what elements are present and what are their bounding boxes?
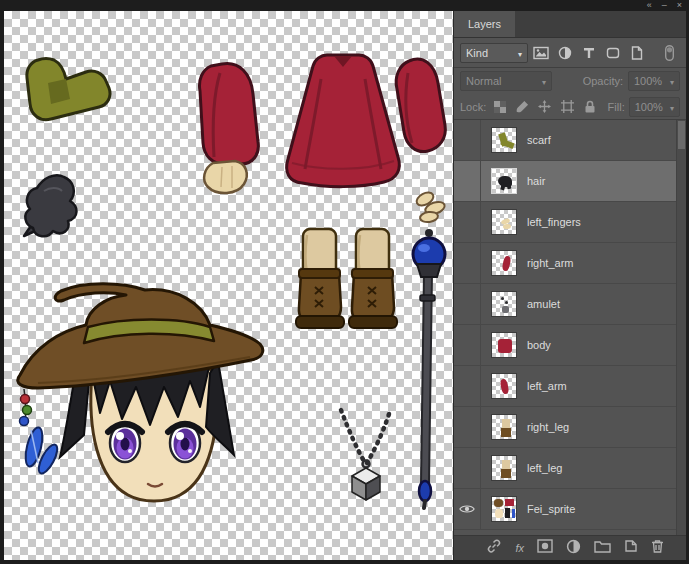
type-filter-icon[interactable]	[578, 43, 600, 63]
collapse-panels-icon[interactable]: «	[647, 1, 652, 10]
filter-toggle-icon[interactable]	[658, 43, 680, 63]
scarf-sprite	[27, 59, 110, 120]
layers-panel: Layers Kind Normal Opaci	[453, 11, 686, 560]
chevron-down-icon	[513, 47, 522, 59]
layer-name: body	[527, 339, 551, 351]
layer-list: scarf hair left_fingers right_arm amulet	[454, 120, 686, 535]
visibility-toggle[interactable]	[454, 120, 481, 160]
adjustment-layer-icon[interactable]	[566, 539, 581, 558]
opacity-dropdown[interactable]: 100%	[628, 71, 680, 91]
head-sprite	[18, 284, 263, 501]
visibility-toggle[interactable]	[454, 284, 481, 324]
minimize-window-icon[interactable]: –	[662, 1, 667, 10]
layer-thumbnail[interactable]	[491, 168, 517, 194]
layer-row[interactable]: right_leg	[454, 407, 686, 448]
thumbnail-art	[502, 306, 509, 313]
lock-row: Lock: Fill: 100%	[454, 94, 686, 120]
visibility-toggle[interactable]	[454, 366, 481, 406]
thumbnail-art	[500, 378, 510, 394]
link-layers-icon[interactable]	[486, 538, 502, 558]
document-canvas[interactable]	[4, 11, 453, 560]
layer-thumbnail[interactable]	[491, 250, 517, 276]
thumbnail-art	[500, 139, 514, 149]
staff-sprite	[413, 229, 445, 508]
layer-thumbnail[interactable]	[491, 414, 517, 440]
thumbnail-art	[505, 499, 514, 506]
visibility-toggle[interactable]	[454, 161, 481, 201]
layer-row[interactable]: left_leg	[454, 448, 686, 489]
thumbnail-art	[512, 509, 515, 518]
layer-row[interactable]: left_arm	[454, 366, 686, 407]
thumbnail-art	[502, 255, 512, 271]
amulet-sprite	[341, 410, 389, 500]
tab-layers[interactable]: Layers	[454, 11, 515, 37]
new-layer-icon[interactable]	[624, 539, 638, 557]
visibility-toggle[interactable]	[454, 202, 481, 242]
scrollbar-thumb[interactable]	[678, 121, 685, 149]
lock-transparency-icon[interactable]	[490, 97, 509, 116]
body-sprite	[287, 55, 400, 187]
chevron-down-icon	[537, 75, 546, 87]
layer-name: hair	[527, 175, 545, 187]
layer-thumbnail[interactable]	[491, 455, 517, 481]
lock-position-icon[interactable]	[536, 97, 555, 116]
layer-name: left_arm	[527, 380, 567, 392]
layer-row[interactable]: right_arm	[454, 243, 686, 284]
blend-mode-value: Normal	[466, 75, 501, 87]
blend-mode-dropdown[interactable]: Normal	[460, 71, 552, 91]
visibility-toggle[interactable]	[454, 407, 481, 447]
thumbnail-art	[501, 297, 504, 300]
new-group-icon[interactable]	[594, 539, 611, 557]
layer-style-icon[interactable]: fx	[515, 542, 524, 554]
layer-mask-icon[interactable]	[537, 539, 553, 557]
layer-filter-row: Kind	[454, 38, 686, 68]
shape-filter-icon[interactable]	[602, 43, 624, 63]
smart-object-filter-icon[interactable]	[626, 43, 648, 63]
fill-dropdown[interactable]: 100%	[629, 97, 680, 117]
adjustment-filter-icon[interactable]	[554, 43, 576, 63]
thumbnail-art	[502, 419, 510, 428]
thumbnail-art	[500, 183, 506, 191]
thumbnail-art	[503, 224, 511, 230]
blend-mode-row: Normal Opacity: 100%	[454, 68, 686, 94]
lock-pixels-icon[interactable]	[513, 97, 532, 116]
layer-thumbnail[interactable]	[491, 373, 517, 399]
filter-kind-dropdown[interactable]: Kind	[460, 43, 528, 63]
layer-name: Fei_sprite	[527, 503, 575, 515]
layer-name: right_leg	[527, 421, 569, 433]
layer-list-scrollbar[interactable]	[676, 120, 686, 535]
chevron-down-icon	[665, 101, 674, 113]
layer-row[interactable]: Fei_sprite	[454, 489, 686, 530]
layer-row[interactable]: scarf	[454, 120, 686, 161]
delete-layer-icon[interactable]	[651, 539, 664, 557]
right-eye	[168, 424, 202, 462]
layer-thumbnail[interactable]	[491, 209, 517, 235]
layer-row[interactable]: amulet	[454, 284, 686, 325]
chevron-down-icon	[665, 75, 674, 87]
layers-panel-footer: fx	[454, 535, 686, 560]
visibility-toggle[interactable]	[454, 325, 481, 365]
layer-row[interactable]: hair	[454, 161, 686, 202]
visibility-toggle[interactable]	[454, 489, 481, 529]
glove-sprite	[24, 175, 77, 236]
lock-label: Lock:	[460, 101, 486, 113]
layer-name: scarf	[527, 134, 551, 146]
eye-icon	[459, 504, 475, 514]
layer-thumbnail[interactable]	[491, 332, 517, 358]
window-titlebar: « – ×	[0, 0, 689, 11]
layer-thumbnail[interactable]	[491, 291, 517, 317]
layer-row[interactable]: body	[454, 325, 686, 366]
layer-thumbnail[interactable]	[491, 127, 517, 153]
layer-row[interactable]: left_fingers	[454, 202, 686, 243]
lock-all-icon[interactable]	[581, 97, 600, 116]
layer-thumbnail[interactable]	[491, 496, 517, 522]
thumbnail-art	[501, 469, 511, 478]
close-window-icon[interactable]: ×	[677, 1, 682, 10]
pixel-filter-icon[interactable]	[530, 43, 552, 63]
thumbnail-art	[498, 339, 512, 353]
visibility-toggle[interactable]	[454, 448, 481, 488]
lock-artboard-icon[interactable]	[558, 97, 577, 116]
thumbnail-art	[502, 460, 510, 469]
layer-name: right_arm	[527, 257, 573, 269]
visibility-toggle[interactable]	[454, 243, 481, 283]
